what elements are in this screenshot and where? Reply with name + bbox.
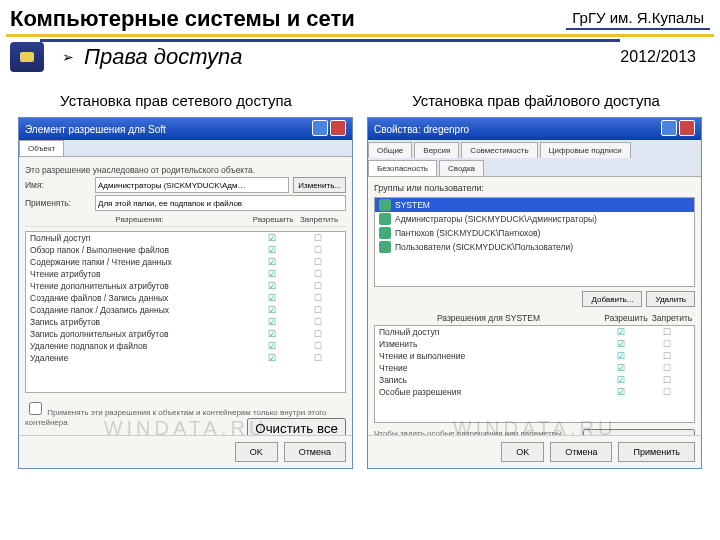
tab[interactable]: Сводка [439, 160, 484, 176]
groups-label: Группы или пользователи: [374, 183, 695, 193]
perm-item[interactable]: Удаление☑☐ [26, 352, 345, 364]
perm-label: Разрешения: [29, 215, 250, 224]
name-field[interactable] [95, 177, 289, 193]
perm-item[interactable]: Запись дополнительных атрибутов☑☐ [26, 328, 345, 340]
close-icon[interactable] [330, 120, 346, 136]
perm-item[interactable]: Полный доступ☑☐ [375, 326, 694, 338]
cancel-button[interactable]: Отмена [550, 442, 612, 462]
permissions-list[interactable]: Полный доступ☑☐Изменить☑☐Чтение и выполн… [374, 325, 695, 423]
perm-item[interactable]: Создание файлов / Запись данных☑☐ [26, 292, 345, 304]
perm-item[interactable]: Создание папок / Дозапись данных☑☐ [26, 304, 345, 316]
perm-item[interactable]: Содержание папки / Чтение данных☑☐ [26, 256, 345, 268]
caption-right: Установка прав файлового доступа [412, 92, 660, 109]
remove-button[interactable]: Удалить [646, 291, 695, 307]
change-button[interactable]: Изменить... [293, 177, 346, 193]
titlebar: Свойства: dregenpro [368, 118, 701, 140]
user-icon [379, 227, 391, 239]
tab[interactable]: Цифровые подписи [540, 142, 631, 158]
dialog-file-perms: Свойства: dregenpro ОбщиеВерсияСовместим… [367, 117, 702, 469]
slide-title: Компьютерные системы и сети [10, 6, 566, 32]
help-icon[interactable] [312, 120, 328, 136]
window-title: Элемент разрешения для Soft [25, 124, 166, 135]
ok-button[interactable]: OK [235, 442, 278, 462]
groups-list[interactable]: SYSTEMАдминистраторы (SICKMYDUCK\Админис… [374, 197, 695, 287]
col-allow: Разрешить [250, 215, 296, 224]
inherit-msg: Это разрешение унаследовано от родительс… [25, 165, 346, 175]
user-icon [379, 213, 391, 225]
window-title: Свойства: dregenpro [374, 124, 469, 135]
bullet-icon: ➢ [62, 49, 74, 65]
tab[interactable]: Совместимость [461, 142, 537, 158]
perm-item[interactable]: Чтение атрибутов☑☐ [26, 268, 345, 280]
group-item[interactable]: Пользователи (SICKMYDUCK\Пользователи) [375, 240, 694, 254]
permissions-list[interactable]: Полный доступ☑☐Обзор папок / Выполнение … [25, 231, 346, 393]
close-icon[interactable] [679, 120, 695, 136]
apply-label: Применять: [25, 198, 95, 208]
col-deny: Запретить [296, 215, 342, 224]
perm-item[interactable]: Полный доступ☑☐ [26, 232, 345, 244]
ok-button[interactable]: OK [501, 442, 544, 462]
add-button[interactable]: Добавить... [582, 291, 642, 307]
perm-item[interactable]: Особые разрешения☑☐ [375, 386, 694, 398]
perm-item[interactable]: Запись☑☐ [375, 374, 694, 386]
perm-item[interactable]: Чтение и выполнение☑☐ [375, 350, 694, 362]
inherit-checkbox[interactable] [29, 402, 42, 415]
tab[interactable]: Безопасность [368, 160, 437, 176]
perm-item[interactable]: Запись атрибутов☑☐ [26, 316, 345, 328]
year-label: 2012/2013 [620, 48, 710, 66]
user-icon [379, 199, 391, 211]
clear-all-button[interactable]: Очистить все [247, 418, 346, 435]
caption-left: Установка прав сетевого доступа [60, 92, 292, 109]
perm-item[interactable]: Обзор папок / Выполнение файлов☑☐ [26, 244, 345, 256]
window-buttons[interactable] [310, 120, 346, 138]
advanced-note: Чтобы задать особые разрешения или парам… [374, 429, 577, 435]
logo [10, 42, 44, 72]
user-icon [379, 241, 391, 253]
org-name: ГрГУ им. Я.Купалы [566, 9, 710, 30]
help-icon[interactable] [661, 120, 677, 136]
tab-object[interactable]: Объект [19, 140, 64, 156]
col-allow: Разрешить [603, 313, 649, 323]
group-item[interactable]: Администраторы (SICKMYDUCK\Администратор… [375, 212, 694, 226]
perm-item[interactable]: Изменить☑☐ [375, 338, 694, 350]
perm-for-label: Разрешения для SYSTEM [374, 313, 603, 323]
group-item[interactable]: SYSTEM [375, 198, 694, 212]
perm-item[interactable]: Чтение☑☐ [375, 362, 694, 374]
perm-item[interactable]: Удаление подпапок и файлов☑☐ [26, 340, 345, 352]
cancel-button[interactable]: Отмена [284, 442, 346, 462]
slide-subtitle: Права доступа [84, 44, 242, 70]
apply-button[interactable]: Применить [618, 442, 695, 462]
dialog-network-perms: Элемент разрешения для Soft Объект Это р… [18, 117, 353, 469]
col-deny: Запретить [649, 313, 695, 323]
tab[interactable]: Версия [414, 142, 459, 158]
advanced-button[interactable]: Дополнительно [583, 429, 695, 435]
name-label: Имя: [25, 180, 95, 190]
group-item[interactable]: Пантюхов (SICKMYDUCK\Пантюхов) [375, 226, 694, 240]
tab[interactable]: Общие [368, 142, 412, 158]
apply-field[interactable] [95, 195, 346, 211]
window-buttons[interactable] [659, 120, 695, 138]
titlebar: Элемент разрешения для Soft [19, 118, 352, 140]
perm-item[interactable]: Чтение дополнительных атрибутов☑☐ [26, 280, 345, 292]
